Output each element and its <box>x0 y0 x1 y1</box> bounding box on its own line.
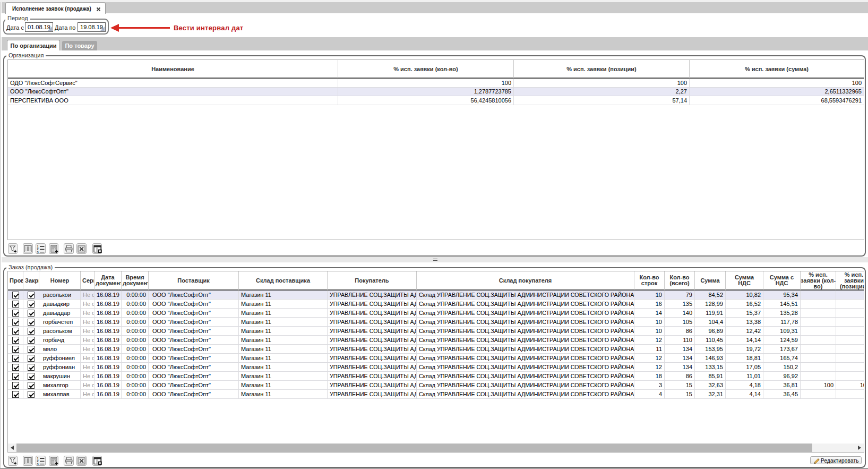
svg-text:3: 3 <box>37 463 39 465</box>
svg-text:3: 3 <box>37 250 39 253</box>
